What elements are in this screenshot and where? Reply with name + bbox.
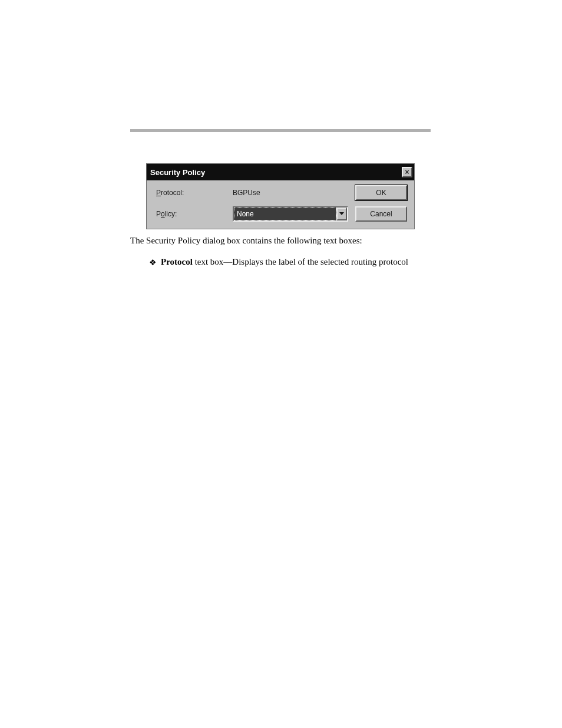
- horizontal-rule: [130, 129, 431, 132]
- security-policy-dialog: Security Policy × Protocol: BGPUse Polic…: [146, 163, 415, 229]
- protocol-label: Protocol:: [156, 189, 184, 197]
- option-description: text box—Displays the label of the selec…: [193, 257, 408, 266]
- policy-dropdown-value: None: [234, 207, 336, 220]
- intro-paragraph: The Security Policy dialog box contains …: [130, 235, 431, 248]
- policy-dropdown-button[interactable]: [336, 207, 347, 220]
- chevron-down-icon: [339, 212, 344, 216]
- cancel-button[interactable]: Cancel: [355, 206, 407, 222]
- option-label: Protocol: [161, 257, 193, 266]
- policy-dropdown[interactable]: None: [233, 206, 348, 222]
- dialog-body: Protocol: BGPUse Policy: None OK Cancel: [147, 180, 414, 229]
- dialog-titlebar: Security Policy ×: [147, 164, 414, 180]
- protocol-value: BGPUse: [233, 189, 260, 197]
- ok-button-label: OK: [376, 189, 386, 197]
- dialog-close-button[interactable]: ×: [402, 167, 412, 177]
- cancel-button-label: Cancel: [370, 210, 392, 218]
- diamond-bullet-icon: ❖: [149, 257, 157, 269]
- options-list: ❖ Protocol text box—Displays the label o…: [130, 256, 431, 269]
- option-item: ❖ Protocol text box—Displays the label o…: [130, 256, 431, 269]
- policy-label: Policy:: [156, 210, 177, 218]
- page: Security Policy × Protocol: BGPUse Polic…: [0, 0, 562, 728]
- ok-button[interactable]: OK: [355, 185, 407, 200]
- close-icon: ×: [405, 169, 409, 176]
- body-text: The Security Policy dialog box contains …: [130, 235, 431, 275]
- dialog-title: Security Policy: [150, 168, 205, 177]
